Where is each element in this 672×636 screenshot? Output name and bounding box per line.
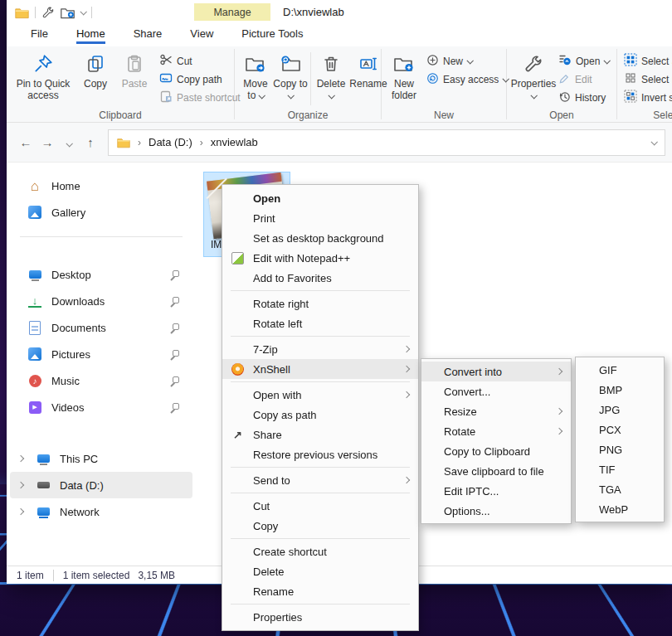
menu-item-cut[interactable]: Cut [222,496,418,516]
menu-item-send-to[interactable]: Send to [222,470,418,490]
menu-item-rotate[interactable]: Rotate [421,421,571,441]
manage-contextual-tab[interactable]: Manage [194,3,270,21]
menu-item-open-with[interactable]: Open with [222,385,418,405]
submenu-arrow-icon [556,408,562,415]
menu-item-delete[interactable]: Delete [222,561,418,581]
tab-share[interactable]: Share [119,25,177,40]
address-bar[interactable]: › Data (D:) › xnviewlab [108,129,665,156]
sidebar-item-home[interactable]: Home [10,172,192,199]
menu-item-7-zip[interactable]: 7-Zip [222,339,418,359]
menu-item-label: Share [253,429,282,441]
menu-item-rotate-right[interactable]: Rotate right [222,294,418,313]
copy-path-button[interactable]: Copy path [159,71,241,87]
sidebar-item-desktop[interactable]: Desktop [10,261,192,288]
easy-access-button[interactable]: Easy access [426,71,508,87]
menu-item-options[interactable]: Options... [421,501,571,521]
menu-item-tga[interactable]: TGA [576,479,664,499]
history-button[interactable]: History [558,90,609,105]
edit-button[interactable]: Edit [558,71,609,87]
properties-button[interactable]: Properties [510,49,557,109]
menu-item-create-shortcut[interactable]: Create shortcut [222,541,418,561]
up-button[interactable]: ↑ [80,135,101,149]
recent-locations-button[interactable] [58,135,80,149]
menu-item-webp[interactable]: WebP [576,499,664,519]
menu-item-label: PNG [599,444,622,456]
menu-item-copy[interactable]: Copy [222,516,418,536]
forward-button[interactable]: → [37,135,58,149]
menu-item-open[interactable]: Open [222,188,418,208]
invert-selection-button[interactable]: Invert selection [624,90,672,105]
menu-item-gif[interactable]: GIF [576,360,664,380]
tab-view[interactable]: View [176,25,227,40]
new-item-label: New [443,56,463,67]
menu-item-xnshell[interactable]: XnShell [222,359,418,379]
menu-item-properties[interactable]: Properties [222,607,418,627]
group-label-organize: Organize [235,109,381,121]
menu-item-bmp[interactable]: BMP [576,380,664,400]
tab-file[interactable]: File [17,25,62,40]
chevron-down-icon[interactable] [80,8,86,15]
tab-picture-tools[interactable]: Picture Tools [227,25,317,40]
menu-item-set-as-desktop-background[interactable]: Set as desktop background [222,228,418,248]
open-button[interactable]: Open [558,53,609,69]
expand-chevron-icon[interactable] [17,508,24,515]
menu-item-resize[interactable]: Resize [421,401,571,421]
sidebar-item-pictures[interactable]: Pictures [10,341,192,367]
back-button[interactable]: ← [15,135,37,149]
menu-item-tif[interactable]: TIF [576,459,664,479]
expand-chevron-icon[interactable] [17,455,24,462]
menu-item-edit-with-notepad[interactable]: Edit with Notepad++ [222,248,418,268]
sidebar-item-documents[interactable]: Documents [10,314,192,341]
menu-item-png[interactable]: PNG [576,439,664,459]
sidebar-item-data-d[interactable]: Data (D:) [10,472,192,498]
sidebar-item-this-pc[interactable]: This PC [10,445,192,472]
breadcrumb-folder-icon [117,137,130,148]
sidebar-item-music[interactable]: Music [10,367,192,394]
paste-shortcut-button[interactable]: Paste shortcut [159,90,241,105]
menu-item-convert-into[interactable]: Convert into [421,362,571,381]
select-none-button[interactable]: Select none [624,71,672,87]
sidebar-item-downloads[interactable]: Downloads [10,288,192,314]
expand-chevron-icon[interactable] [17,482,24,488]
menu-item-edit-iptc[interactable]: Edit IPTC... [421,481,571,501]
paste-button[interactable]: Paste [114,49,154,109]
copy-to-button[interactable]: Copy to [273,49,308,109]
pictures-icon [28,347,41,361]
address-dropdown-icon[interactable] [650,138,657,145]
menu-item-copy-as-path[interactable]: Copy as path [222,405,418,425]
menu-item-copy-to-clipboard[interactable]: Copy to Clipboard [421,441,571,461]
menu-item-label: Edit with Notepad++ [253,252,350,265]
pin-to-quick-access-button[interactable]: Pin to Quick access [10,49,76,109]
delete-button[interactable]: Delete [314,49,348,109]
copy-button[interactable]: Copy [76,49,114,109]
cut-button[interactable]: Cut [159,53,241,69]
new-item-button[interactable]: New [426,53,508,69]
wrench-toolbar-icon[interactable] [41,6,55,19]
menu-item-jpg[interactable]: JPG [576,400,664,420]
menu-item-restore-previous-versions[interactable]: Restore previous versions [222,444,418,464]
breadcrumb-xnviewlab[interactable]: xnviewlab [211,136,258,148]
file-name-label: IM [211,239,222,250]
move-to-label: Move to [238,78,273,102]
tab-home[interactable]: Home [62,25,119,44]
menu-item-convert[interactable]: Convert... [421,381,571,401]
move-to-button[interactable]: Move to [238,49,273,109]
menu-item-rename[interactable]: Rename [222,581,418,601]
menu-item-rotate-left[interactable]: Rotate left [222,313,418,333]
select-all-button[interactable]: Select all [624,53,672,69]
sidebar-item-network[interactable]: Network [10,498,192,525]
menu-item-add-to-favorites[interactable]: Add to Favorites [222,268,418,288]
open-icon [558,53,572,69]
new-folder-toolbar-icon[interactable] [61,7,75,19]
sidebar-item-label: Pictures [51,348,90,361]
menu-item-print[interactable]: Print [222,208,418,228]
menu-item-share[interactable]: Share [222,425,418,444]
breadcrumb-data-d[interactable]: Data (D:) [149,136,192,148]
sidebar-item-gallery[interactable]: Gallery [10,199,192,226]
new-folder-button[interactable]: New folder [385,49,423,109]
sidebar-item-videos[interactable]: Videos [10,394,192,420]
menu-item-label: Options... [444,505,490,517]
menu-item-save-clipboard-to-file[interactable]: Save clipboard to file [421,461,571,481]
copy-path-icon [159,71,173,87]
menu-item-pcx[interactable]: PCX [576,420,664,439]
